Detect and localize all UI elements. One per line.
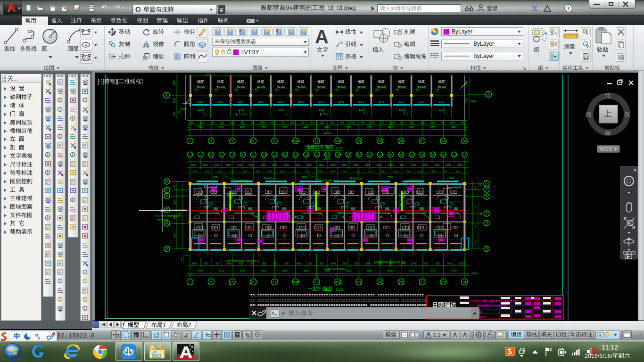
svg-text:8: 8 [242, 153, 244, 156]
svg-text:2900: 2900 [474, 205, 477, 210]
svg-text:2400: 2400 [289, 211, 294, 214]
svg-text:1687: 1687 [406, 170, 411, 173]
svg-text:800: 800 [340, 122, 344, 124]
svg-text:1: 1 [189, 280, 191, 284]
svg-text:1900: 1900 [268, 170, 272, 173]
svg-text:1860: 1860 [307, 164, 312, 166]
svg-text:11: 11 [272, 280, 276, 284]
svg-text:4100: 4100 [219, 269, 224, 272]
svg-text:4100: 4100 [219, 126, 224, 129]
svg-text:3500: 3500 [367, 269, 372, 272]
svg-text:4500: 4500 [173, 80, 175, 85]
svg-text:JLM-1: JLM-1 [198, 101, 204, 103]
svg-text:8: 8 [252, 140, 254, 143]
svg-text:2520: 2520 [320, 122, 325, 124]
svg-text:33: 33 [441, 280, 445, 284]
svg-text:JLM-1: JLM-1 [338, 101, 344, 103]
svg-text:±0.000: ±0.000 [358, 85, 366, 88]
svg-text:3300: 3300 [423, 164, 428, 166]
svg-text:7: 7 [231, 153, 233, 156]
svg-text:23: 23 [379, 153, 382, 156]
svg-text:4100: 4100 [409, 269, 414, 272]
svg-text:850: 850 [320, 263, 324, 265]
svg-text:2500: 2500 [290, 122, 295, 124]
svg-text:A: A [166, 247, 168, 250]
svg-text:800: 800 [240, 122, 244, 124]
svg-text:850: 850 [273, 263, 277, 265]
svg-text:2400: 2400 [423, 211, 428, 214]
svg-text:2200: 2200 [446, 164, 451, 166]
svg-text:14: 14 [294, 280, 297, 284]
svg-text:800: 800 [221, 122, 224, 124]
svg-text:1: 1 [236, 113, 238, 116]
svg-text:800: 800 [330, 122, 334, 124]
svg-text:17: 17 [315, 280, 319, 284]
svg-text:1: 1 [189, 140, 191, 143]
svg-text:3500: 3500 [303, 269, 309, 272]
svg-text:700: 700 [173, 112, 175, 116]
svg-text:±0.000: ±0.000 [338, 85, 346, 88]
svg-text:1900: 1900 [459, 263, 464, 265]
svg-text:2: 2 [200, 153, 202, 156]
svg-text:400: 400 [218, 170, 222, 173]
svg-text:850: 850 [285, 263, 289, 265]
svg-text:5500: 5500 [261, 126, 266, 129]
svg-text:34: 34 [463, 153, 466, 156]
svg-text:±0.000: ±0.000 [197, 85, 205, 88]
svg-text:JLM-1: JLM-1 [278, 101, 284, 103]
svg-text:1970: 1970 [205, 170, 210, 173]
svg-text:1440: 1440 [284, 164, 289, 166]
svg-text:950: 950 [215, 263, 219, 265]
svg-text:1440: 1440 [380, 170, 385, 173]
svg-text:1860: 1860 [226, 164, 231, 166]
svg-text:20: 20 [336, 140, 339, 143]
svg-text:F: F [486, 188, 487, 191]
svg-text:29: 29 [399, 140, 403, 143]
svg-text:890: 890 [411, 122, 414, 124]
svg-text:2440: 2440 [412, 263, 417, 265]
svg-text:850: 850 [250, 263, 254, 265]
svg-text:1800: 1800 [430, 122, 435, 124]
svg-text:4: 4 [210, 153, 212, 156]
svg-text:48000: 48000 [324, 132, 331, 135]
svg-text:3300: 3300 [191, 164, 196, 166]
svg-text:850: 850 [308, 263, 312, 265]
svg-text:2: 2 [320, 113, 322, 116]
svg-text:18: 18 [336, 153, 339, 156]
svg-text:?: ? [567, 5, 570, 12]
svg-text:1400: 1400 [180, 257, 182, 262]
svg-text:1900: 1900 [260, 164, 265, 166]
svg-text:B: B [117, 335, 120, 338]
svg-text:±0.000: ±0.000 [217, 85, 225, 88]
svg-text:11: 11 [272, 140, 276, 143]
svg-text:400: 400 [356, 170, 360, 173]
svg-text:4400: 4400 [303, 126, 308, 129]
svg-text:22: 22 [368, 153, 371, 156]
svg-text:JLM-1: JLM-1 [218, 101, 224, 103]
svg-text:-0.300: -0.300 [180, 107, 186, 110]
svg-text:E: E [486, 195, 488, 198]
svg-text:1320: 1320 [400, 164, 405, 166]
svg-text:4100: 4100 [388, 126, 393, 129]
svg-text:1690: 1690 [261, 263, 266, 265]
svg-text:±0.000: ±0.000 [418, 85, 426, 88]
svg-text:790: 790 [440, 122, 444, 124]
svg-text:1900: 1900 [203, 263, 208, 265]
svg-text:1/10: 1/10 [198, 108, 203, 111]
svg-text:4100: 4100 [324, 126, 330, 129]
svg-text:1300: 1300 [350, 122, 355, 124]
svg-text:2800: 2800 [302, 176, 307, 179]
svg-text:34: 34 [462, 140, 466, 143]
svg-text:4100: 4100 [388, 269, 393, 272]
svg-text:1500: 1500 [342, 164, 347, 166]
svg-text:26: 26 [378, 140, 382, 143]
svg-text:1800: 1800 [330, 164, 335, 166]
svg-text:JLM-1: JLM-1 [298, 101, 304, 103]
svg-text:5: 5 [231, 140, 233, 143]
svg-text:±0.000: ±0.000 [317, 85, 325, 88]
svg-text:1500: 1500 [465, 98, 468, 103]
svg-text:3400: 3400 [451, 126, 456, 129]
svg-text:A: A [487, 92, 489, 97]
svg-text:950: 950 [424, 263, 428, 265]
svg-text:JLM-1: JLM-1 [358, 101, 364, 103]
